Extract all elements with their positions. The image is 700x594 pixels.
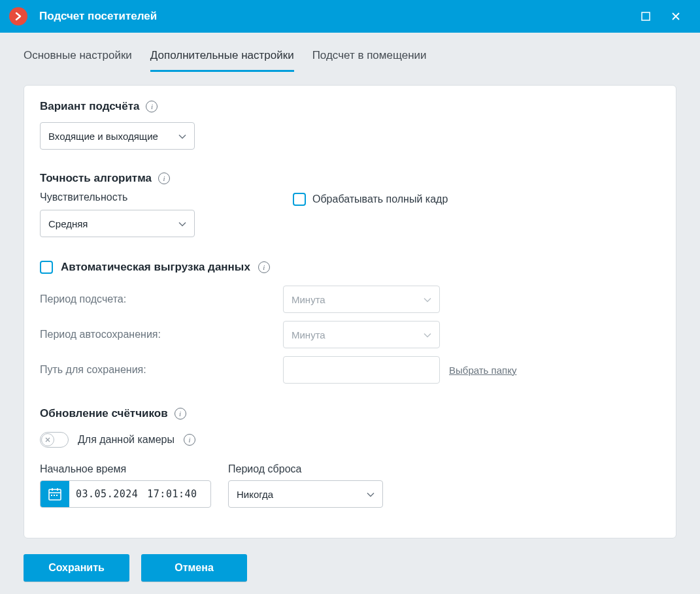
full-frame-checkbox-row: Обрабатывать полный кадр — [293, 193, 448, 206]
save-path-input — [283, 356, 440, 384]
tab-advanced[interactable]: Дополнительные настройки — [150, 49, 294, 72]
app-logo-icon — [9, 7, 27, 25]
start-time-picker[interactable]: 03.05.2024 17:01:40 — [40, 480, 211, 508]
info-icon[interactable]: i — [184, 434, 195, 446]
svg-rect-0 — [642, 12, 650, 20]
count-variant-heading-text: Вариант подсчёта — [40, 100, 139, 113]
start-time-value: 03.05.2024 17:01:40 — [69, 481, 210, 507]
accuracy-heading-text: Точность алгоритма — [40, 172, 152, 185]
auto-export-label: Автоматическая выгрузка данных — [61, 261, 250, 274]
sensitivity-value: Средняя — [48, 218, 88, 229]
info-icon[interactable]: i — [158, 173, 170, 184]
tab-basic[interactable]: Основные настройки — [24, 49, 132, 72]
toggle-knob-icon — [41, 433, 54, 446]
chevron-down-icon — [367, 489, 375, 500]
maximize-button[interactable] — [631, 0, 661, 33]
auto-export-row: Автоматическая выгрузка данных i — [40, 261, 660, 274]
autosave-period-select: Минута — [283, 321, 440, 348]
cancel-button[interactable]: Отмена — [141, 554, 247, 582]
sensitivity-label: Чувствительность — [40, 191, 195, 203]
sensitivity-select[interactable]: Средняя — [40, 210, 195, 237]
autosave-period-value: Минута — [292, 329, 325, 340]
chevron-down-icon — [424, 294, 431, 305]
svg-rect-7 — [56, 495, 58, 496]
count-period-select: Минута — [283, 286, 440, 313]
footer: Сохранить Отмена — [0, 538, 700, 594]
full-frame-label: Обрабатывать полный кадр — [312, 193, 448, 205]
start-time-label: Начальное время — [40, 463, 211, 475]
full-frame-checkbox[interactable] — [293, 193, 306, 206]
close-icon — [671, 12, 680, 21]
svg-rect-6 — [54, 495, 55, 496]
reset-period-group: Период сброса Никогда — [228, 463, 383, 508]
chevron-down-icon — [178, 131, 186, 142]
calendar-icon[interactable] — [41, 481, 69, 507]
tabs: Основные настройки Дополнительные настро… — [0, 33, 700, 72]
info-icon[interactable]: i — [175, 408, 186, 420]
chevron-down-icon — [424, 329, 431, 340]
counter-update-heading-text: Обновление счётчиков — [40, 407, 168, 420]
per-camera-toggle[interactable] — [40, 432, 69, 448]
start-time-clock: 17:01:40 — [147, 488, 197, 500]
per-camera-label: Для данной камеры — [78, 434, 175, 446]
count-variant-value: Входящие и выходящие — [48, 131, 158, 142]
auto-export-checkbox[interactable] — [40, 261, 53, 274]
close-button[interactable] — [661, 0, 691, 33]
count-period-value: Минута — [292, 294, 325, 305]
reset-period-select[interactable]: Никогда — [228, 480, 383, 508]
maximize-icon — [641, 12, 650, 21]
chevron-down-icon — [178, 218, 186, 229]
svg-rect-5 — [51, 495, 52, 496]
save-button[interactable]: Сохранить — [24, 554, 129, 582]
reset-period-label: Период сброса — [228, 463, 383, 475]
info-icon[interactable]: i — [258, 261, 270, 273]
start-date: 03.05.2024 — [76, 488, 138, 500]
start-time-group: Начальное время 03.05.2024 17:01: — [40, 463, 211, 508]
titlebar: Подсчет посетителей — [0, 0, 700, 33]
reset-period-value: Никогда — [237, 489, 273, 500]
choose-folder-link[interactable]: Выбрать папку — [449, 365, 516, 376]
accuracy-heading: Точность алгоритма i — [40, 172, 660, 185]
window-title: Подсчет посетителей — [39, 10, 631, 23]
count-variant-select[interactable]: Входящие и выходящие — [40, 122, 195, 150]
counter-update-heading: Обновление счётчиков i — [40, 407, 660, 420]
count-period-label: Период подсчета: — [40, 293, 283, 305]
save-path-label: Путь для сохранения: — [40, 364, 283, 376]
tab-room[interactable]: Подсчет в помещении — [312, 49, 427, 72]
info-icon[interactable]: i — [146, 101, 158, 112]
autosave-period-label: Период автосохранения: — [40, 329, 283, 340]
count-variant-heading: Вариант подсчёта i — [40, 100, 660, 113]
sensitivity-group: Чувствительность Средняя — [40, 191, 195, 237]
settings-panel: Вариант подсчёта i Входящие и выходящие … — [24, 85, 676, 538]
